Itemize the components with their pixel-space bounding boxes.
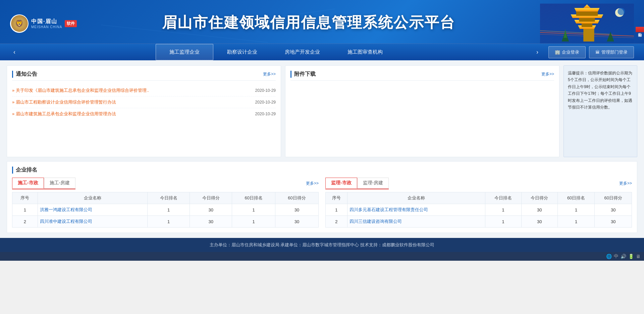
management-login-button[interactable]: 🏛 管理部门登录 (589, 46, 634, 58)
cell-60d-score: 30 (595, 204, 632, 216)
col-today-rank: 今日排名 (485, 192, 521, 204)
cell-60d-rank: 1 (232, 216, 275, 228)
ranking-body: 施工-市政 施工-房建 更多>> 序号 企业名称 今日排名 今日得分 60日排名 (12, 178, 632, 228)
attachments-content (290, 85, 554, 152)
logo-circle: 🦁 (10, 14, 29, 33)
ranking-tab-construction-municipal[interactable]: 施工-市政 (12, 178, 44, 189)
cell-today-rank: 1 (148, 216, 190, 228)
attachments-more-link[interactable]: 更多>> (541, 71, 554, 77)
nav-item-realestate[interactable]: 房地产开发企业 (271, 44, 334, 60)
taskbar-speaker-icon: 🔊 (621, 254, 626, 259)
logo-en-text: MEISHAN CHINA (31, 25, 62, 29)
cell-today-score: 30 (521, 204, 557, 216)
company-link[interactable]: 四川三信建设咨询有限公司 (350, 219, 402, 224)
notice-item-3[interactable]: 眉山市建筑施工总承包企业和监理企业信用管理办法 2020-10-29 (12, 108, 276, 120)
ranking-left-more[interactable]: 更多>> (306, 181, 319, 186)
cell-60d-rank: 1 (557, 204, 595, 216)
pagoda-decoration (540, 3, 634, 44)
nav-item-construction[interactable]: 施工监理企业 (156, 44, 213, 60)
col-company: 企业名称 (347, 192, 485, 204)
main-title: 眉山市住建领域信用信息管理系统公示平台 (77, 9, 540, 38)
nav-next-arrow[interactable]: › (533, 45, 542, 60)
ranking-header: 企业排名 (12, 167, 632, 174)
ranking-right-tabs: 监理-市政 监理-房建 更多>> (325, 178, 632, 189)
ranking-right-header-row: 序号 企业名称 今日排名 今日得分 60日排名 60日得分 (326, 192, 632, 204)
notice-date-2: 2020-10-29 (255, 100, 276, 105)
nav-item-drawing[interactable]: 施工图审查机构 (334, 44, 396, 60)
svg-marker-11 (574, 8, 599, 12)
ranking-right-panel: 监理-市政 监理-房建 更多>> 序号 企业名称 今日排名 今日得分 60日排名 (325, 178, 632, 228)
enterprise-login-button[interactable]: 🏢 企业登录 (548, 46, 586, 58)
enterprise-icon: 🏢 (555, 50, 560, 55)
cell-company: 四川多元基石建设工程管理有限责任公司 (347, 204, 485, 216)
company-link[interactable]: 洪雅一鸿建设工程有限公司 (40, 207, 92, 212)
attachments-header: 附件下载 更多>> (290, 71, 554, 81)
cell-today-rank: 1 (485, 204, 521, 216)
nav-item-survey[interactable]: 勘察设计企业 (213, 44, 271, 60)
cell-id: 1 (326, 204, 347, 216)
table-row: 2 四川三信建设咨询有限公司 1 30 1 30 (326, 216, 632, 228)
notice-list: 关于印发《眉山市建筑施工总承包企业和监理企业信用综合评价管理.. 2020-10… (12, 85, 276, 120)
taskbar-zh-icon[interactable]: 中 (614, 253, 619, 259)
ranking-tab-construction-building[interactable]: 施工-房建 (44, 178, 76, 189)
ranking-tab-supervision-municipal[interactable]: 监理-市政 (325, 178, 357, 189)
col-60d-rank: 60日排名 (557, 192, 595, 204)
col-today-score: 今日得分 (521, 192, 557, 204)
svg-rect-4 (583, 29, 594, 42)
notice-link-2: 眉山市工程勘察设计企业信用综合评价管理暂行办法 (12, 99, 173, 105)
col-60d-rank: 60日排名 (232, 192, 275, 204)
ranking-left-table: 序号 企业名称 今日排名 今日得分 60日排名 60日得分 1 洪雅一鸿建设工程… (12, 192, 319, 228)
logo-area: 🦁 中国·眉山 MEISHAN CHINA 软件 (10, 14, 77, 33)
ranking-tab-supervision-building[interactable]: 监理-房建 (357, 178, 389, 189)
cell-today-score: 30 (190, 216, 232, 228)
cell-company: 洪雅一鸿建设工程有限公司 (38, 204, 148, 216)
taskbar-icons: 🌐 中 🔊 🔋 🖥 (606, 253, 641, 259)
cell-60d-score: 30 (595, 216, 632, 228)
notice-header: 通知公告 更多>> (12, 71, 276, 81)
cell-today-rank: 1 (148, 204, 190, 216)
taskbar-battery-icon: 🔋 (628, 254, 634, 259)
svg-rect-10 (576, 11, 598, 16)
logo-lion-icon: 🦁 (11, 15, 28, 32)
cell-today-rank: 1 (485, 216, 521, 228)
footer-text: 主办单位：眉山市住房和城乡建设局 承建单位：眉山市数字城市管理指挥中心 技术支持… (210, 242, 434, 247)
notice-title: 通知公告 (12, 71, 37, 78)
header-image (540, 3, 634, 44)
logo-badge: 软件 (65, 20, 77, 27)
management-login-label: 管理部门登录 (601, 49, 628, 55)
top-row: 通知公告 更多>> 关于印发《眉山市建筑施工总承包企业和监理企业信用综合评价管理… (7, 65, 637, 157)
cell-today-score: 30 (521, 216, 557, 228)
notice-more-link[interactable]: 更多>> (263, 71, 276, 77)
svg-rect-6 (582, 23, 592, 27)
ranking-right-tab-group: 监理-市政 监理-房建 (325, 178, 389, 189)
nav-buttons: 🏢 企业登录 🏛 管理部门登录 (548, 46, 634, 58)
logo-text: 中国·眉山 MEISHAN CHINA (31, 18, 62, 29)
notice-item-2[interactable]: 眉山市工程勘察设计企业信用综合评价管理暂行办法 2020-10-29 (12, 97, 276, 108)
side-badge[interactable]: 补贴金 (636, 27, 644, 32)
ranking-left-tab-group: 施工-市政 施工-房建 (12, 178, 75, 189)
nav-prev-arrow[interactable]: ‹ (10, 45, 19, 60)
cell-company: 四川准中建设工程有限公司 (38, 216, 148, 228)
col-today-rank: 今日排名 (148, 192, 190, 204)
management-icon: 🏛 (595, 50, 600, 55)
cell-60d-rank: 1 (232, 204, 275, 216)
col-id: 序号 (12, 192, 38, 204)
ranking-right-more[interactable]: 更多>> (619, 181, 632, 186)
notice-card: 通知公告 更多>> 关于印发《眉山市建筑施工总承包企业和监理企业信用综合评价管理… (7, 65, 281, 157)
notice-link-3: 眉山市建筑施工总承包企业和监理企业信用管理办法 (12, 111, 173, 117)
nav-bar: ‹ 施工监理企业 勘察设计企业 房地产开发企业 施工图审查机构 › 🏢 企业登录… (0, 44, 644, 60)
col-company: 企业名称 (38, 192, 148, 204)
company-link[interactable]: 四川多元基石建设工程管理有限责任公司 (350, 207, 428, 212)
tip-text: 温馨提示：信用评价数据的公示期为5个工作日，公示开始时间为每个工作日上午9时，公… (568, 70, 633, 111)
header: 🦁 中国·眉山 MEISHAN CHINA 软件 眉山市住建领域信用信息管理系统… (0, 0, 644, 44)
nav-items: 施工监理企业 勘察设计企业 房地产开发企业 施工图审查机构 (19, 44, 533, 60)
footer: 主办单位：眉山市住房和城乡建设局 承建单位：眉山市数字城市管理指挥中心 技术支持… (0, 238, 644, 252)
cell-id: 2 (12, 216, 38, 228)
attachments-title: 附件下载 (290, 71, 316, 78)
company-link[interactable]: 四川准中建设工程有限公司 (40, 219, 92, 224)
ranking-left-tabs: 施工-市政 施工-房建 更多>> (12, 178, 319, 189)
enterprise-ranking: 企业排名 施工-市政 施工-房建 更多>> 序号 企业名称 (7, 161, 637, 233)
taskbar-monitor-icon: 🖥 (636, 254, 641, 259)
cell-company: 四川三信建设咨询有限公司 (347, 216, 485, 228)
notice-item-1[interactable]: 关于印发《眉山市建筑施工总承包企业和监理企业信用综合评价管理.. 2020-10… (12, 85, 276, 97)
